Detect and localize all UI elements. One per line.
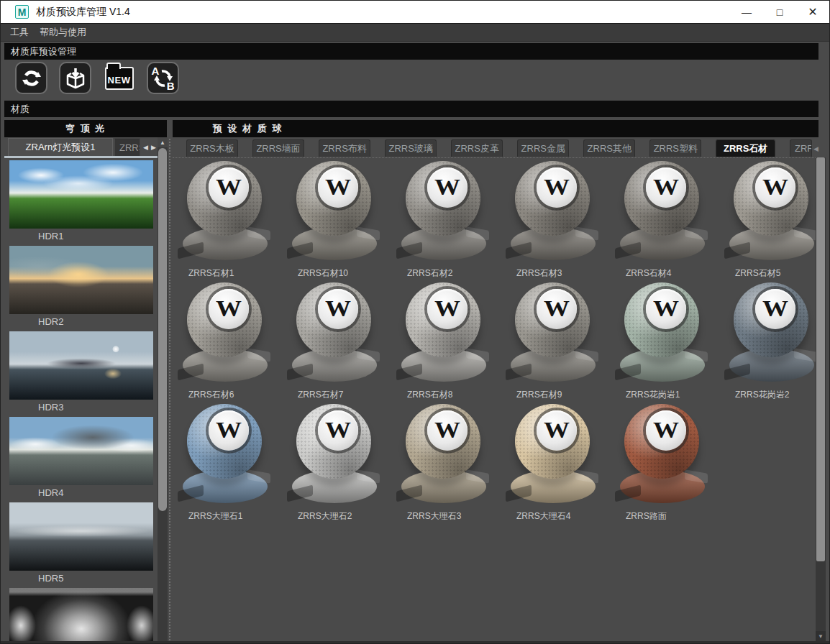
material-grid-scrollbar[interactable]: ▼ [816,157,826,641]
list-item[interactable]: HDR4 [4,415,167,500]
tab-zrrs-other[interactable]: ZRRS其他 [583,139,635,157]
tab-zrrs[interactable]: ZRRS [114,138,140,156]
list-item[interactable]: HDR2 [4,244,167,329]
material-item[interactable]: W ZRRS大理石3 [391,401,501,523]
w-logo-badge: W [755,167,795,208]
material-ball-preview: W [396,282,492,383]
material-section-header: 材质 [4,101,818,117]
w-logo-badge: W [209,167,249,208]
w-logo-badge: W [427,167,468,208]
import-material-box-icon [64,67,87,90]
dome-light-scrollbar[interactable]: ▲ [158,137,168,643]
tab-zrrs-leather[interactable]: ZRRS皮革 [451,139,503,157]
import-material-button[interactable] [59,62,91,94]
list-item[interactable]: HDR5 [4,500,167,586]
list-item[interactable]: HDR3 [4,329,167,415]
material-item[interactable]: W ZRRS石材10 [282,158,391,280]
tab-zrrs-cloth[interactable]: ZRRS布料 [319,139,370,157]
tab-zrrs-plastic[interactable]: ZRRS塑料 [649,139,701,157]
hdr-thumbnail[interactable] [9,160,153,229]
window-bottom-edge [1,641,829,643]
tab-zrrs-metal[interactable]: ZRRS金属 [517,139,569,157]
scroll-down-icon[interactable]: ▼ [816,631,826,641]
material-item[interactable]: W ZRRS石材8 [391,280,501,401]
close-button[interactable]: ✕ [796,1,829,23]
w-logo-badge: W [209,289,249,329]
w-logo-badge: W [318,289,358,329]
ab-convert-button[interactable]: A B [147,62,179,94]
refresh-icon [21,68,42,89]
tab-zrrs-wood[interactable]: ZRRS木板 [186,139,238,157]
material-name: ZRRS石材1 [173,267,282,280]
material-item[interactable]: W ZRRS石材4 [610,158,719,280]
library-header-title: 材质库预设管理 [11,45,76,58]
hdr-thumbnail[interactable] [9,246,153,314]
tab-scroll-left-icon[interactable]: ◀ [813,145,818,152]
material-item[interactable]: W ZRRS花岗岩1 [610,280,719,401]
tab-zrrs-more[interactable]: ZRR [790,139,812,157]
w-logo-badge: W [427,410,468,451]
hdr-thumbnail[interactable] [9,588,153,643]
hdr-thumbnail[interactable] [9,502,153,571]
material-category-tabbar: ZRRS木板 ZRRS墙面 ZRRS布料 ZRRS玻璃 ZRRS皮革 ZRRS金… [173,137,818,157]
w-logo-badge: W [318,410,358,451]
material-ball-preview: W [505,282,601,383]
dome-light-tabbar: ZRArn灯光预设1 ZRRS ◀ ▶ [4,137,167,156]
material-name: ZRRS路面 [610,510,719,523]
material-ball-preview: W [505,161,601,262]
hdr-label: HDR2 [4,314,167,329]
material-item[interactable]: W ZRRS石材1 [173,158,282,280]
w-logo-badge: W [318,167,358,208]
material-item[interactable]: W ZRRS石材7 [282,280,391,401]
material-item[interactable]: W ZRRS大理石1 [173,401,282,523]
w-logo-badge: W [646,289,686,329]
list-item[interactable]: HDR1 [4,158,167,244]
tab-zrrs-glass[interactable]: ZRRS玻璃 [385,139,437,157]
material-ball-preview: W [286,404,383,505]
scroll-up-icon[interactable]: ▲ [158,137,168,147]
refresh-button[interactable] [15,62,47,94]
minimize-button[interactable]: — [730,1,763,23]
material-item[interactable]: W ZRRS石材6 [173,280,282,401]
hdr-list: HDR1 HDR2 HDR3 HDR4 HDR5 [4,158,167,643]
w-logo-badge: W [646,167,686,208]
material-name: ZRRS石材7 [282,389,391,401]
material-item[interactable]: W ZRRS石材3 [501,158,610,280]
material-ball-preview: W [177,282,273,383]
material-name: ZRRS石材4 [610,267,719,280]
material-ball-preview: W [614,282,711,383]
list-item[interactable] [4,586,167,643]
title-bar: M 材质预设库管理 V1.4 — □ ✕ [1,1,829,24]
tab-scroll-right-icon[interactable]: ▶ [151,144,156,151]
material-item[interactable]: W ZRRS花岗岩2 [719,280,816,401]
hdr-thumbnail[interactable] [9,331,153,400]
material-item[interactable]: W ZRRS大理石2 [282,401,391,523]
max-logo-icon: M [15,5,29,19]
panel-splitter[interactable] [169,139,170,643]
material-ball-preview: W [286,161,383,262]
material-name: ZRRS花岗岩1 [610,389,719,401]
w-logo-badge: W [537,289,577,329]
menu-tools[interactable]: 工具 [10,26,29,39]
w-logo-badge: W [755,289,795,329]
new-library-button[interactable]: NEW [103,62,135,94]
material-item[interactable]: W ZRRS路面 [610,401,719,523]
tab-zrrs-stone[interactable]: ZRRS石材 [716,139,775,157]
tab-zrrs-wall[interactable]: ZRRS墙面 [252,139,304,157]
material-ball-preview: W [177,404,273,505]
material-item[interactable]: W ZRRS石材9 [501,280,610,401]
menu-help[interactable]: 帮助与使用 [40,26,86,39]
menu-bar: 工具 帮助与使用 [1,24,829,42]
material-item[interactable]: W ZRRS石材5 [719,158,816,280]
scrollbar-thumb[interactable] [158,148,167,511]
material-item[interactable]: W ZRRS大理石4 [501,401,610,523]
tab-zrarn-light-preset-1[interactable]: ZRArn灯光预设1 [8,138,113,156]
w-logo-badge: W [427,289,468,329]
material-item[interactable]: W ZRRS石材2 [391,158,501,280]
material-preset-manager-window: M 材质预设库管理 V1.4 — □ ✕ 工具 帮助与使用 材质库预设管理 [0,0,830,644]
maximize-button[interactable]: □ [763,1,796,23]
tab-scroll-left-icon[interactable]: ◀ [143,144,148,151]
hdr-thumbnail[interactable] [9,417,153,485]
scrollbar-thumb[interactable] [816,157,825,561]
material-name: ZRRS大理石1 [173,510,282,523]
